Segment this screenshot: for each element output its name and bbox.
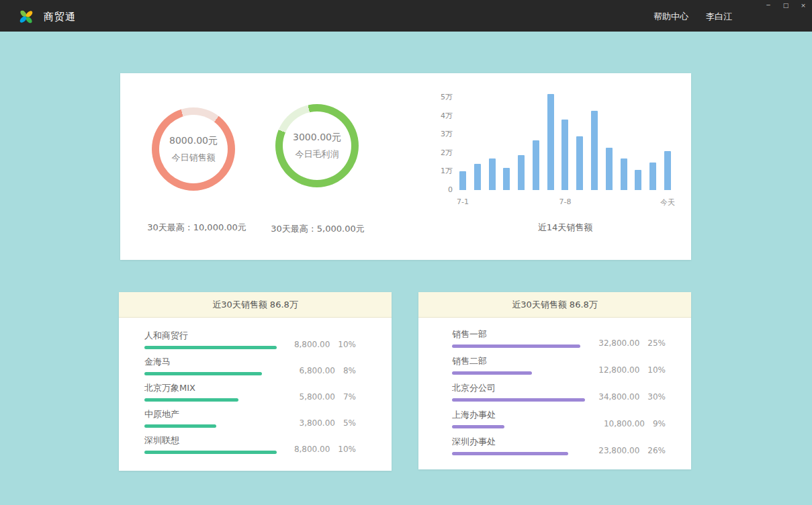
item-percent: 10% <box>338 340 356 349</box>
list-item: 深圳联想8,800.0010% <box>144 435 356 461</box>
bar <box>533 140 539 190</box>
header-links: 帮助中心 李白江 <box>653 7 732 27</box>
item-progress-bar <box>452 371 532 375</box>
item-progress-bar <box>144 398 238 402</box>
list-item: 深圳办事处23,800.0026% <box>452 437 666 463</box>
item-name: 销售二部 <box>452 356 585 366</box>
list-item: 金海马6,800.008% <box>144 357 356 383</box>
username-link[interactable]: 李白江 <box>706 11 732 23</box>
item-progress-bar <box>452 425 504 428</box>
item-progress-bar <box>452 345 580 348</box>
list-item: 销售一部32,800.0025% <box>452 329 666 356</box>
customer-sales-panel: 近30天销售额 86.8万 人和商贸行8,800.0010%金海马6,800.0… <box>119 292 392 471</box>
item-name: 销售一部 <box>452 329 585 339</box>
today-profit-donut: 3000.00元 今日毛利润 <box>275 104 359 187</box>
today-sales-value: 8000.00元 <box>169 135 218 147</box>
y-axis-tick: 4万 <box>426 111 453 121</box>
bar <box>489 158 496 190</box>
item-amount: 12,800.00 <box>598 365 639 375</box>
bar-chart-x-axis: 7-17-8今天 <box>459 197 671 207</box>
item-amount: 34,800.00 <box>598 392 639 402</box>
item-percent: 9% <box>653 419 666 428</box>
item-progress-bar <box>144 424 216 428</box>
today-profit-value: 3000.00元 <box>293 132 341 144</box>
item-percent: 10% <box>647 365 666 375</box>
item-amount: 3,800.00 <box>300 418 335 428</box>
item-amount: 8,800.00 <box>294 445 330 454</box>
item-name: 人和商贸行 <box>144 330 275 340</box>
today-profit-donut-center: 3000.00元 今日毛利润 <box>283 111 351 180</box>
profit-30d-max-note: 30天最高：5,000.00元 <box>237 223 398 235</box>
item-name: 北京万象MIX <box>144 383 275 393</box>
bar <box>503 168 510 190</box>
bar <box>606 148 613 190</box>
item-percent: 25% <box>647 338 666 348</box>
y-axis-tick: 5万 <box>426 93 453 102</box>
app-logo-icon <box>17 8 35 26</box>
item-percent: 26% <box>647 446 666 455</box>
item-progress-bar <box>144 451 277 454</box>
today-sales-donut-center: 8000.00元 今日销售额 <box>159 115 228 183</box>
item-progress-bar <box>144 372 262 375</box>
list-item: 中原地产3,800.005% <box>144 409 356 435</box>
list-item: 北京分公司34,800.0030% <box>452 383 666 410</box>
list-item: 北京万象MIX5,800.007% <box>144 383 356 409</box>
item-percent: 7% <box>343 392 356 402</box>
item-amount: 23,800.00 <box>598 446 639 455</box>
y-axis-tick: 0 <box>426 185 453 195</box>
department-panel-title: 近30天销售额 86.8万 <box>418 292 691 318</box>
bar <box>547 94 554 190</box>
overview-card: 8000.00元 今日销售额 3000.00元 今日毛利润 30天最高：10,0… <box>120 73 691 260</box>
bar-chart-bars <box>459 93 671 190</box>
y-axis-tick: 1万 <box>426 167 453 176</box>
bar <box>621 158 627 190</box>
bar <box>649 163 656 190</box>
bar <box>576 136 583 190</box>
item-percent: 5% <box>343 418 356 428</box>
item-name: 金海马 <box>144 357 275 367</box>
department-sales-panel: 近30天销售额 86.8万 销售一部32,800.0025%销售二部12,800… <box>418 292 691 469</box>
item-percent: 30% <box>647 392 666 402</box>
item-amount: 32,800.00 <box>598 338 639 348</box>
app-header: 商贸通 帮助中心 李白江 <box>0 7 812 27</box>
x-axis-label: 7-8 <box>559 197 572 206</box>
item-progress-bar <box>452 452 568 455</box>
item-amount: 8,800.00 <box>294 340 330 349</box>
list-item: 上海办事处10,800.009% <box>452 410 666 437</box>
customer-sales-list: 人和商贸行8,800.0010%金海马6,800.008%北京万象MIX5,80… <box>119 318 392 461</box>
bar-chart-y-axis: 5万4万3万2万1万0 <box>426 93 453 200</box>
app-title: 商贸通 <box>44 11 76 24</box>
help-center-link[interactable]: 帮助中心 <box>653 11 688 23</box>
y-axis-tick: 3万 <box>426 130 453 139</box>
item-amount: 10,800.00 <box>604 419 645 428</box>
bar <box>664 151 671 190</box>
x-axis-label: 7-1 <box>457 197 469 206</box>
item-name: 深圳办事处 <box>452 437 585 447</box>
item-percent: 8% <box>343 366 356 375</box>
list-item: 人和商贸行8,800.0010% <box>144 330 356 357</box>
y-axis-tick: 2万 <box>426 148 453 158</box>
bar <box>459 171 466 190</box>
today-sales-donut: 8000.00元 今日销售额 <box>152 107 235 191</box>
list-item: 销售二部12,800.0010% <box>452 356 666 383</box>
x-axis-label: 今天 <box>660 197 675 208</box>
item-percent: 10% <box>338 445 356 454</box>
item-name: 中原地产 <box>144 409 275 419</box>
today-profit-label: 今日毛利润 <box>296 148 339 160</box>
today-sales-label: 今日销售额 <box>172 152 216 164</box>
bar <box>518 155 525 190</box>
customer-panel-title: 近30天销售额 86.8万 <box>119 292 392 318</box>
department-sales-list: 销售一部32,800.0025%销售二部12,800.0010%北京分公司34,… <box>418 318 691 463</box>
bar-chart-caption: 近14天销售额 <box>459 222 671 234</box>
titlebar: ─ □ × 商贸通 帮助中心 李白江 <box>0 0 812 32</box>
bar <box>474 164 481 190</box>
bar <box>591 111 598 190</box>
item-name: 上海办事处 <box>452 410 585 420</box>
item-progress-bar <box>452 398 585 402</box>
item-progress-bar <box>144 346 277 349</box>
item-amount: 6,800.00 <box>300 366 335 375</box>
bar <box>635 170 641 190</box>
sales-14d-bar-chart: 5万4万3万2万1万0 7-17-8今天 近14天销售额 <box>426 93 681 247</box>
item-name: 北京分公司 <box>452 383 585 393</box>
bar <box>561 120 568 190</box>
